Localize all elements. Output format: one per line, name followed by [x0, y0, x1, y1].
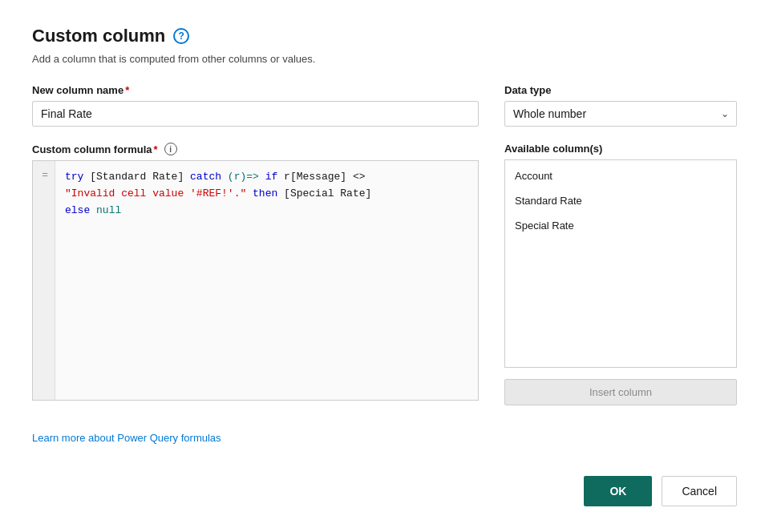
insert-column-button[interactable]: Insert column [504, 379, 737, 405]
ok-button[interactable]: OK [584, 476, 652, 506]
formula-required-star: * [154, 143, 158, 155]
learn-more-link[interactable]: Learn more about Power Query formulas [32, 432, 737, 444]
list-item[interactable]: Special Rate [505, 213, 736, 238]
list-item[interactable]: Standard Rate [505, 188, 736, 213]
title-row: Custom column ? [32, 26, 737, 46]
help-icon[interactable]: ? [173, 28, 189, 44]
column-name-group: New column name* [32, 84, 479, 127]
formula-section: Custom column formula* i = try [Standard… [32, 143, 737, 419]
list-item[interactable]: Account [505, 163, 736, 188]
required-star: * [125, 84, 129, 96]
formula-left: Custom column formula* i = try [Standard… [32, 143, 479, 419]
formula-editor[interactable]: = try [Standard Rate] catch (r)=> if r[M… [32, 160, 479, 401]
formula-content[interactable]: try [Standard Rate] catch (r)=> if r[Mes… [55, 161, 478, 400]
cancel-button[interactable]: Cancel [662, 476, 737, 506]
custom-column-dialog: Custom column ? Add a column that is com… [0, 0, 769, 532]
formula-label-row: Custom column formula* i [32, 143, 479, 155]
column-name-input[interactable] [32, 101, 479, 127]
dialog-title: Custom column [32, 26, 165, 46]
data-type-group: Data type Whole number Decimal number Te… [504, 84, 737, 127]
data-type-label: Data type [504, 84, 737, 96]
formula-gutter: = [33, 161, 55, 400]
top-form-row: New column name* Data type Whole number … [32, 84, 737, 127]
columns-list: Account Standard Rate Special Rate [504, 159, 737, 368]
column-name-label: New column name* [32, 84, 479, 96]
formula-label: Custom column formula* [32, 143, 158, 155]
dialog-subtitle: Add a column that is computed from other… [32, 53, 737, 65]
dialog-footer: OK Cancel [32, 463, 737, 506]
formula-right: Available column(s) Account Standard Rat… [504, 143, 737, 419]
available-columns-label: Available column(s) [504, 143, 737, 155]
data-type-select-wrapper: Whole number Decimal number Text Date Da… [504, 101, 737, 127]
data-type-select[interactable]: Whole number Decimal number Text Date Da… [504, 101, 737, 127]
info-icon[interactable]: i [164, 143, 177, 155]
